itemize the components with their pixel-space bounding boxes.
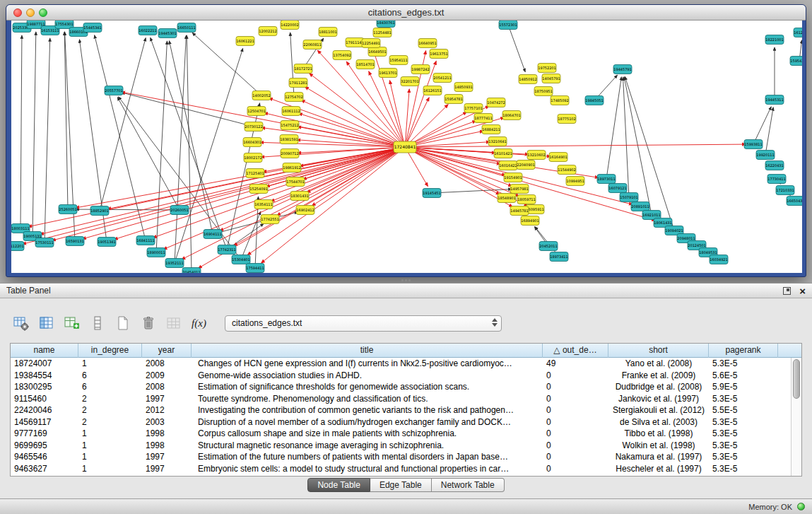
column-header-in-degree[interactable]: in_degree [78,344,142,358]
graph-node[interactable]: 15475212 [281,121,299,130]
table-cell[interactable]: 2 [78,416,142,428]
table-cell[interactable]: 2012 [142,404,192,416]
graph-node[interactable]: 18852901 [90,206,109,216]
table-row[interactable]: 1456911722003Disruption of a novel membe… [11,416,791,428]
graph-node[interactable]: 19445311 [765,95,784,105]
graph-edge[interactable] [373,50,405,147]
graph-node[interactable]: 19352111 [165,259,184,268]
graph-node[interactable]: 17742551 [261,215,279,224]
table-row[interactable]: 1830029562008Estimation of significance … [11,381,791,393]
table-cell[interactable]: 5.3E-5 [709,428,778,440]
graph-node[interactable]: 20454011 [182,268,201,274]
table-cell[interactable]: 2 [78,404,142,416]
column-header-year[interactable]: year [142,344,192,358]
table-cell[interactable]: 1997 [142,393,192,405]
table-cell[interactable]: 2008 [142,381,192,393]
table-row[interactable]: 977716911998Corpus callosum shape and si… [11,428,791,440]
table-cell[interactable]: Structural magnetic resonance image aver… [192,440,543,452]
graph-edge[interactable] [305,87,405,147]
graph-edge[interactable] [298,113,405,147]
table-cell[interactable]: 18724007 [11,358,78,370]
graph-edge[interactable] [119,97,241,259]
rows-icon[interactable] [88,314,107,333]
graph-node[interactable]: 16034921 [710,255,728,264]
graph-node[interactable]: 15954781 [445,95,463,104]
graph-node[interactable]: 18002172 [244,153,262,163]
vertical-scrollbar[interactable] [791,358,801,476]
trash-icon[interactable] [139,314,158,333]
table-settings-icon[interactable] [11,314,30,333]
table-row[interactable]: 1872400712008Changes of HCN gene express… [11,358,791,370]
table-cell[interactable]: Corpus callosum shape and size in male p… [192,428,543,440]
table-cell[interactable]: 0 [543,416,608,428]
graph-node[interactable]: 16101421 [494,149,512,158]
graph-node[interactable]: 18548901 [498,194,516,203]
graph-node[interactable]: 17530111 [35,238,54,247]
graph-node[interactable]: 18750951 [534,87,553,96]
panel-resize-handle[interactable] [399,278,412,282]
column-header-short[interactable]: short [608,344,709,358]
close-panel-icon[interactable]: × [799,287,806,295]
graph-node[interactable]: 25260051 [59,205,77,214]
table-row[interactable]: 2242004622012Investigating the contribut… [11,404,791,416]
table-cell[interactable]: Estimation of significance thresholds fo… [192,381,543,393]
table-cell[interactable]: 19384554 [11,370,78,382]
tab-edge-table[interactable]: Edge Table [370,478,432,492]
table-cell[interactable]: 2008 [142,358,192,370]
graph-node[interactable]: 16354111 [254,200,273,209]
table-cell[interactable]: 0 [543,440,608,452]
graph-node[interactable]: 18059711 [517,195,536,204]
graph-node[interactable]: 19154901 [504,173,522,182]
graph-edge[interactable] [33,32,36,236]
graph-node[interactable]: 17757101 [464,104,483,113]
graph-node[interactable]: 19752201 [538,64,556,73]
graph-edge[interactable] [40,147,405,234]
table-row[interactable]: 946362711997Embryonic stem cells: a mode… [11,463,791,475]
graph-node[interactable]: 16649501 [368,47,387,57]
table-cell[interactable]: Tibbo et al. (1998) [608,428,709,440]
float-panel-icon[interactable] [783,287,791,295]
table-cell[interactable]: 1 [78,451,142,463]
graph-node[interactable]: 18381591 [280,135,298,144]
graph-edge[interactable] [753,107,771,144]
graph-node[interactable]: 18777411 [474,114,493,123]
table-cell[interactable]: 1 [78,428,142,440]
graph-node[interactable]: 17544701 [286,177,305,187]
table-cell[interactable]: 0 [543,463,608,475]
graph-node[interactable]: 16220431 [765,161,784,170]
graph-node[interactable]: 19445791 [613,65,632,74]
scrollbar-thumb[interactable] [793,359,800,399]
graph-node[interactable]: 18221001 [765,35,784,45]
graph-node[interactable]: 18973411 [550,252,568,262]
graph-edge[interactable] [100,38,146,211]
graph-node[interactable]: 15572301 [499,21,517,30]
import-table-icon[interactable] [164,314,183,333]
table-cell[interactable]: Disruption of a novel member of a sodium… [192,416,543,428]
graph-node[interactable]: 32201701 [401,77,419,86]
graph-node[interactable]: 18900011 [147,248,165,257]
graph-node[interactable]: 16841111 [136,236,155,245]
graph-node[interactable]: 10474272 [487,98,505,107]
graph-node[interactable]: 15993811 [744,140,763,149]
window-titlebar[interactable]: citations_edges.txt [6,5,806,21]
graph-node[interactable]: 17742311 [218,245,236,255]
graph-node[interactable]: 14850912 [519,75,537,84]
graph-node[interactable]: 12002212 [259,27,277,36]
graph-node[interactable]: 12754702 [285,93,303,102]
table-cell[interactable]: 5.3E-5 [709,463,778,475]
graph-node[interactable]: 19445301 [158,29,177,38]
graph-node[interactable]: 18172721 [294,64,312,74]
new-column-icon[interactable] [62,314,81,333]
graph-node[interactable]: 18430761 [377,21,395,28]
graph-edge[interactable] [606,77,621,179]
graph-node[interactable]: 18811001 [319,28,337,37]
table-cell[interactable]: 9463627 [11,463,78,475]
table-row[interactable]: 911546021997Tourette syndrome. Phenomeno… [11,393,791,405]
graph-node[interactable]: 15079101 [620,193,638,202]
graph-node[interactable]: 13210641 [488,137,507,146]
table-cell[interactable]: 5.3E-5 [709,451,778,463]
table-cell[interactable]: Genome-wide association studies in ADHD. [192,370,543,382]
graph-node[interactable]: 18775102 [558,115,576,124]
table-cell[interactable]: 1997 [142,451,192,463]
graph-node[interactable]: 16079121 [608,184,627,193]
